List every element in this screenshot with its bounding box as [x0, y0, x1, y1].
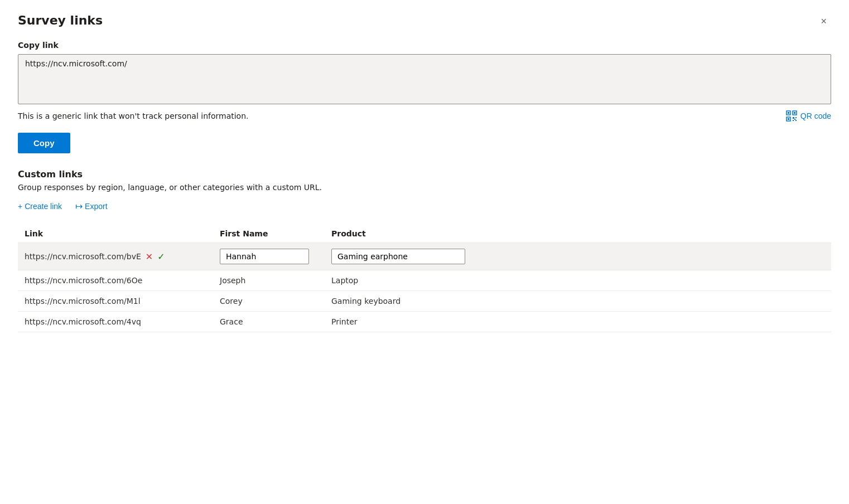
- actions-row: + Create link ↦ Export: [18, 201, 831, 211]
- copy-link-label: Copy link: [18, 41, 831, 50]
- product-cell-edit: [331, 249, 824, 264]
- qr-code-label: QR code: [800, 112, 831, 120]
- url-input[interactable]: https://ncv.microsoft.com/ █████████: [18, 54, 831, 104]
- col-header-link: Link: [25, 229, 220, 238]
- custom-links-table: Link First Name Product https://ncv.micr…: [18, 225, 831, 332]
- product-cell: Printer: [331, 317, 824, 326]
- svg-rect-5: [788, 118, 789, 120]
- dialog-header: Survey links ×: [18, 13, 831, 30]
- link-cell: https://ncv.microsoft.com/6Oe: [25, 276, 220, 285]
- svg-rect-9: [794, 119, 795, 120]
- dialog-title: Survey links: [18, 13, 103, 27]
- svg-rect-3: [794, 112, 795, 114]
- export-label: Export: [85, 202, 107, 211]
- plus-icon: +: [18, 202, 22, 211]
- table-header: Link First Name Product: [18, 225, 831, 243]
- table-row: https://ncv.microsoft.com/bvE ✕ ✓: [18, 243, 831, 270]
- firstname-value: Joseph: [220, 276, 245, 285]
- copy-button[interactable]: Copy: [18, 133, 70, 153]
- generic-link-text: This is a generic link that won't track …: [18, 112, 249, 120]
- svg-rect-8: [793, 120, 794, 121]
- product-input[interactable]: [331, 249, 465, 264]
- firstname-value: Corey: [220, 297, 243, 306]
- table-row: https://ncv.microsoft.com/4vq Grace Prin…: [18, 312, 831, 332]
- svg-rect-10: [795, 120, 797, 121]
- col-header-product: Product: [331, 229, 824, 238]
- export-arrow-icon: ↦: [75, 201, 83, 211]
- confirm-edit-icon[interactable]: ✓: [157, 251, 165, 262]
- firstname-cell: Corey: [220, 297, 331, 306]
- link-cell: https://ncv.microsoft.com/M1l: [25, 297, 220, 306]
- col-header-firstname: First Name: [220, 229, 331, 238]
- export-button[interactable]: ↦ Export: [75, 201, 107, 211]
- custom-links-section: Custom links Group responses by region, …: [18, 169, 831, 332]
- product-value: Gaming keyboard: [331, 297, 401, 306]
- create-link-label: Create link: [25, 202, 62, 211]
- create-link-button[interactable]: + Create link: [18, 202, 62, 211]
- product-cell: Laptop: [331, 276, 824, 285]
- link-value: https://ncv.microsoft.com/6Oe: [25, 276, 142, 285]
- firstname-cell: Grace: [220, 317, 331, 326]
- firstname-cell: Joseph: [220, 276, 331, 285]
- qr-code-button[interactable]: QR code: [786, 110, 831, 122]
- svg-rect-7: [795, 117, 797, 118]
- table-row: https://ncv.microsoft.com/6Oe Joseph Lap…: [18, 270, 831, 291]
- product-cell: Gaming keyboard: [331, 297, 824, 306]
- link-value: https://ncv.microsoft.com/4vq: [25, 317, 141, 326]
- close-button[interactable]: ×: [816, 13, 831, 30]
- copy-link-section: Copy link https://ncv.microsoft.com/ ███…: [18, 41, 831, 169]
- link-value: https://ncv.microsoft.com/bvE: [25, 252, 141, 261]
- survey-links-dialog: Survey links × Copy link https://ncv.mic…: [0, 0, 849, 504]
- link-cell: https://ncv.microsoft.com/bvE ✕ ✓: [25, 251, 220, 262]
- product-value: Printer: [331, 317, 358, 326]
- link-cell: https://ncv.microsoft.com/4vq: [25, 317, 220, 326]
- link-value: https://ncv.microsoft.com/M1l: [25, 297, 141, 306]
- product-value: Laptop: [331, 276, 358, 285]
- qr-icon: [786, 110, 797, 122]
- firstname-cell-edit: [220, 249, 331, 264]
- cancel-edit-icon[interactable]: ✕: [146, 251, 153, 262]
- generic-link-row: This is a generic link that won't track …: [18, 110, 831, 122]
- table-row: https://ncv.microsoft.com/M1l Corey Gami…: [18, 291, 831, 312]
- custom-links-description: Group responses by region, language, or …: [18, 183, 831, 192]
- svg-rect-1: [788, 112, 789, 114]
- firstname-value: Grace: [220, 317, 243, 326]
- firstname-input[interactable]: [220, 249, 309, 264]
- svg-rect-6: [793, 117, 794, 119]
- custom-links-title: Custom links: [18, 169, 831, 180]
